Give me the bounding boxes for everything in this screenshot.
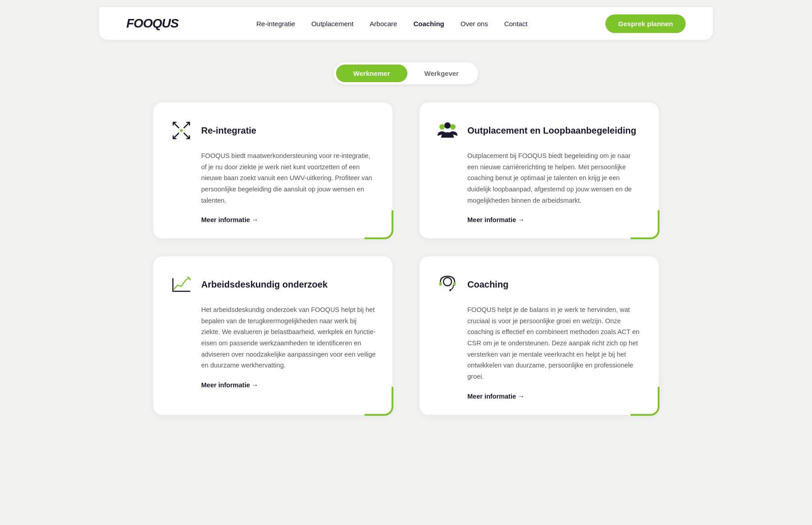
- card-link-2[interactable]: Meer informatie →: [467, 216, 525, 223]
- nav-coaching[interactable]: Coaching: [413, 20, 444, 28]
- card-arbeidsdeskundig: Arbeidsdeskundig onderzoek Het arbeidsde…: [153, 256, 392, 414]
- svg-line-3: [184, 133, 189, 139]
- svg-rect-11: [439, 282, 442, 286]
- svg-line-1: [184, 122, 189, 128]
- card-header-3: Arbeidsdeskundig onderzoek: [170, 273, 376, 296]
- toggle-container: Werknemer Werkgever: [0, 62, 812, 84]
- nav-outplacement[interactable]: Outplacement: [311, 20, 353, 28]
- header: FOOQUS Re-integratie Outplacement Arboca…: [99, 7, 713, 40]
- card-link-4[interactable]: Meer informatie →: [467, 393, 525, 400]
- svg-point-5: [439, 124, 445, 130]
- svg-rect-9: [172, 278, 174, 292]
- card-title-2: Outplacement en Loopbaanbegeleiding: [467, 125, 636, 136]
- svg-point-10: [443, 278, 452, 286]
- card-body-1: FOOQUS biedt maatwerkondersteuning voor …: [201, 150, 376, 206]
- nav-arbocare[interactable]: Arbocare: [370, 20, 397, 28]
- svg-line-2: [173, 133, 179, 139]
- card-outplacement: Outplacement en Loopbaanbegeleiding Outp…: [420, 102, 659, 238]
- svg-point-4: [180, 129, 183, 132]
- card-header-2: Outplacement en Loopbaanbegeleiding: [436, 119, 642, 142]
- card-body-3: Het arbeidsdeskundig onderzoek van FOOQU…: [201, 304, 376, 371]
- gesprek-plannen-button[interactable]: Gesprek plannen: [605, 14, 686, 33]
- svg-line-0: [173, 122, 179, 128]
- coaching-icon: [436, 273, 459, 296]
- navigation: Re-integratie Outplacement Arbocare Coac…: [256, 20, 527, 28]
- card-title-1: Re-integratie: [201, 125, 256, 136]
- card-header-4: Coaching: [436, 273, 642, 296]
- card-title-3: Arbeidsdeskundig onderzoek: [201, 279, 328, 290]
- card-reintegratie: Re-integratie FOOQUS biedt maatwerkonder…: [153, 102, 392, 238]
- onderzoek-icon: [170, 273, 193, 296]
- nav-contact[interactable]: Contact: [504, 20, 528, 28]
- toggle-werkgever[interactable]: Werkgever: [407, 65, 476, 82]
- nav-overons[interactable]: Over ons: [461, 20, 488, 28]
- toggle-pill: Werknemer Werkgever: [334, 62, 478, 84]
- card-body-4: FOOQUS helpt je de balans in je werk te …: [467, 304, 642, 382]
- logo: FOOQUS: [126, 16, 178, 31]
- card-body-2: Outplacement bij FOOQUS biedt begeleidin…: [467, 150, 642, 206]
- svg-point-13: [449, 289, 451, 291]
- card-title-4: Coaching: [467, 279, 508, 290]
- svg-point-6: [450, 124, 456, 130]
- card-link-3[interactable]: Meer informatie →: [201, 381, 258, 389]
- svg-rect-8: [172, 291, 190, 292]
- card-coaching: Coaching FOOQUS helpt je de balans in je…: [420, 256, 659, 414]
- card-header-1: Re-integratie: [170, 119, 376, 142]
- nav-reintegratie[interactable]: Re-integratie: [256, 20, 295, 28]
- reintegratie-icon: [170, 119, 193, 142]
- outplacement-icon: [436, 119, 459, 142]
- toggle-werknemer[interactable]: Werknemer: [336, 65, 407, 82]
- card-link-1[interactable]: Meer informatie →: [201, 216, 258, 223]
- svg-point-7: [444, 122, 451, 129]
- cards-grid: Re-integratie FOOQUS biedt maatwerkonder…: [99, 102, 713, 415]
